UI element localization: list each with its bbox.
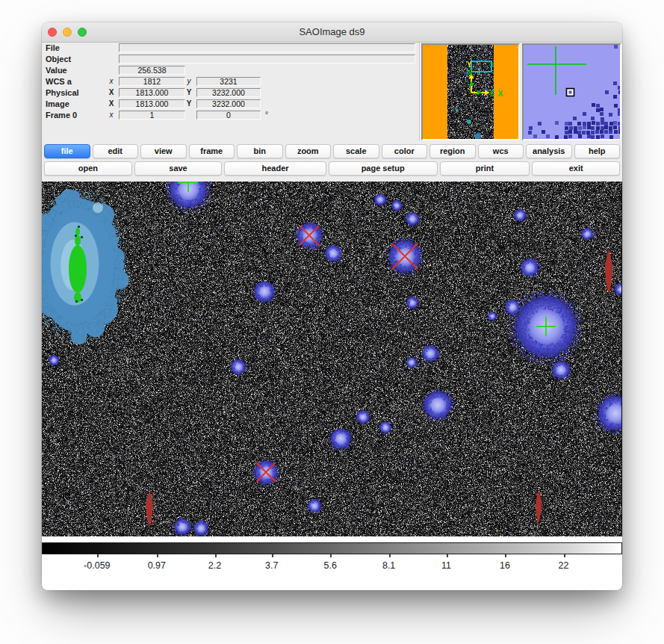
magnifier-canvas — [524, 45, 620, 139]
wcs-y-label: y — [184, 77, 194, 86]
physical-x-field[interactable]: 1813.000 — [119, 88, 185, 97]
menu-scale[interactable]: scale — [333, 144, 379, 158]
image-y-field[interactable]: 3232.000 — [196, 99, 261, 108]
frame-rotate-field[interactable]: 0 — [196, 111, 261, 120]
colorbar-tick — [97, 554, 99, 557]
object-label: Object — [46, 55, 71, 64]
colorbar-tick-label: -0.059 — [84, 560, 110, 571]
physical-y-field[interactable]: 3232.000 — [196, 88, 261, 97]
menu-wcs[interactable]: wcs — [478, 144, 524, 158]
colorbar-tick-label: 11 — [441, 560, 451, 571]
magnifier — [522, 43, 621, 140]
panner[interactable] — [421, 43, 520, 140]
object-field[interactable] — [119, 55, 415, 64]
colorbar-gradient — [42, 542, 622, 554]
wcs-x-label: x — [106, 77, 117, 86]
menu-file[interactable]: file — [44, 144, 90, 158]
panner-canvas[interactable] — [423, 45, 518, 139]
main-image-canvas[interactable] — [42, 182, 621, 536]
physical-y-label: Y — [184, 88, 194, 97]
menu-help[interactable]: help — [574, 144, 621, 158]
menu-edit[interactable]: edit — [93, 144, 139, 158]
image-x-label: X — [106, 99, 117, 108]
image-frame — [42, 182, 622, 536]
frame-zoom-label: x — [106, 111, 117, 120]
colorbar-section: -0.0590.972.23.75.68.1111622 — [42, 536, 622, 590]
open-button[interactable]: open — [44, 161, 132, 176]
colorbar-tick — [330, 554, 332, 557]
frame-label: Frame 0 — [46, 111, 77, 120]
file-label: File — [46, 43, 60, 52]
value-label: Value — [46, 66, 67, 75]
colorbar-tick-label: 8.1 — [382, 560, 395, 571]
colorbar-tick-label: 3.7 — [265, 560, 278, 571]
wcs-x-field[interactable]: 1812 — [119, 77, 185, 86]
page-setup-button[interactable]: page setup — [329, 161, 438, 176]
info-divider — [419, 43, 420, 140]
menu-analysis[interactable]: analysis — [526, 144, 572, 158]
colorbar-tick-label: 22 — [559, 560, 569, 571]
colorbar-tick-label: 5.6 — [323, 560, 336, 571]
save-button[interactable]: save — [134, 161, 223, 176]
file-field[interactable] — [119, 43, 415, 52]
colorbar-tick — [505, 554, 506, 557]
image-x-field[interactable]: 1813.000 — [119, 99, 185, 108]
physical-label: Physical — [46, 88, 79, 97]
colorbar-tick — [272, 554, 273, 557]
image-y-label: Y — [184, 99, 194, 108]
image-label: Image — [46, 99, 69, 108]
menu-row-file-actions: open save header page setup print exit — [44, 161, 620, 176]
colorbar-tick-label: 16 — [500, 560, 510, 571]
colorbar-tick — [447, 554, 448, 557]
exit-button[interactable]: exit — [532, 161, 620, 176]
menu-region[interactable]: region — [429, 144, 476, 158]
header-button[interactable]: header — [224, 161, 326, 176]
frame-zoom-field[interactable]: 1 — [119, 111, 185, 120]
menu-frame[interactable]: frame — [189, 144, 235, 158]
degree-suffix: ° — [265, 111, 268, 120]
value-field[interactable]: 256.538 — [119, 66, 185, 75]
wcs-y-field[interactable]: 3231 — [196, 77, 261, 86]
colorbar-tick — [215, 554, 217, 557]
colorbar-tick-label: 0.97 — [148, 560, 166, 571]
menu-view[interactable]: view — [140, 144, 187, 158]
ds9-window: SAOImage ds9 File Object Value 256.538 W… — [42, 22, 622, 590]
colorbar-tick-label: 2.2 — [208, 560, 221, 571]
menu-bin[interactable]: bin — [237, 144, 283, 158]
menu-bar: file edit view frame bin zoom scale colo… — [42, 140, 622, 182]
screen: { "window": { "title": "SAOImage ds9" },… — [0, 0, 664, 644]
menu-zoom[interactable]: zoom — [285, 144, 332, 158]
window-title: SAOImage ds9 — [42, 22, 622, 42]
colorbar-tick — [157, 554, 158, 557]
colorbar-tick — [389, 554, 391, 557]
info-panel: File Object Value 256.538 WCS a x 1812 y… — [42, 43, 622, 140]
titlebar[interactable]: SAOImage ds9 — [42, 22, 622, 43]
menu-row-main: file edit view frame bin zoom scale colo… — [44, 144, 620, 158]
colorbar-tick — [564, 554, 565, 557]
print-button[interactable]: print — [440, 161, 530, 176]
physical-x-label: X — [106, 88, 117, 97]
menu-color[interactable]: color — [382, 144, 428, 158]
wcs-label: WCS a — [46, 77, 72, 86]
